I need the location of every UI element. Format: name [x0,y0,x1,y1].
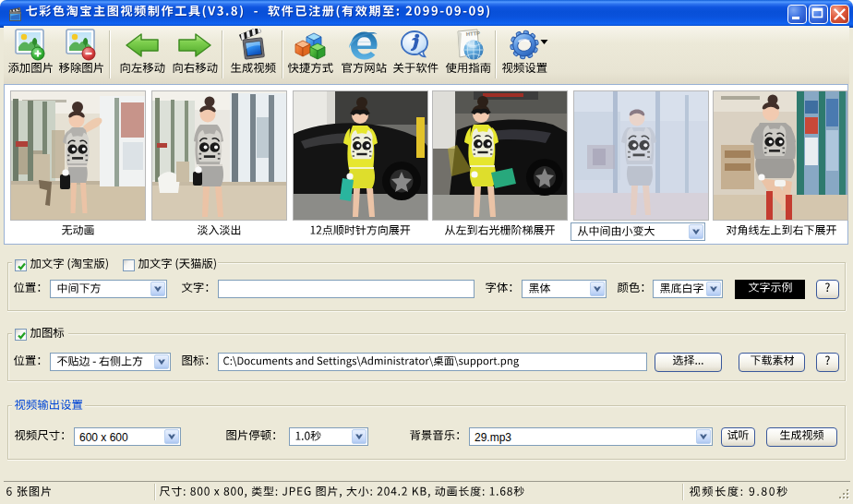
svg-text:HTTP: HTTP [466,30,481,37]
